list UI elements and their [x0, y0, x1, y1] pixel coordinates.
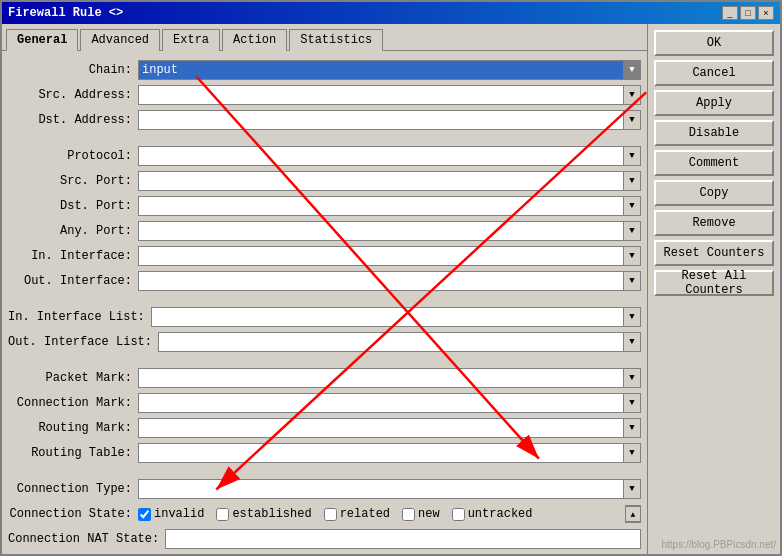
routing-table-arrow[interactable]: ▼ — [623, 443, 641, 463]
disable-button[interactable]: Disable — [654, 120, 774, 146]
in-interface-row: In. Interface: ▼ — [8, 245, 641, 267]
connection-nat-state-wrapper — [165, 529, 641, 549]
protocol-row: Protocol: ▼ — [8, 145, 641, 167]
out-interface-list-row: Out. Interface List: ▼ — [8, 331, 641, 353]
routing-table-wrapper: ▼ — [138, 443, 641, 463]
tab-statistics[interactable]: Statistics — [289, 29, 383, 51]
checkbox-invalid: invalid — [138, 507, 204, 521]
reset-all-counters-button[interactable]: Reset All Counters — [654, 270, 774, 296]
in-interface-list-label: In. Interface List: — [8, 310, 151, 324]
src-port-arrow[interactable]: ▼ — [623, 171, 641, 191]
src-address-row: Src. Address: ▼ — [8, 84, 641, 106]
out-interface-list-input[interactable] — [158, 332, 641, 352]
maximize-button[interactable]: □ — [740, 6, 756, 20]
tab-bar: General Advanced Extra Action Statistics — [2, 24, 647, 51]
in-interface-list-arrow[interactable]: ▼ — [623, 307, 641, 327]
tab-advanced[interactable]: Advanced — [80, 29, 160, 51]
dst-port-input[interactable] — [138, 196, 641, 216]
connection-mark-arrow[interactable]: ▼ — [623, 393, 641, 413]
chain-row: Chain: ▼ — [8, 59, 641, 81]
in-interface-list-row: In. Interface List: ▼ — [8, 306, 641, 328]
sidebar: OK Cancel Apply Disable Comment Copy Rem… — [647, 24, 780, 554]
routing-mark-input[interactable] — [138, 418, 641, 438]
untracked-checkbox[interactable] — [452, 508, 465, 521]
dst-port-row: Dst. Port: ▼ — [8, 195, 641, 217]
title-bar-controls: _ □ × — [722, 6, 774, 20]
checkbox-related: related — [324, 507, 390, 521]
out-interface-list-arrow[interactable]: ▼ — [623, 332, 641, 352]
routing-table-input[interactable] — [138, 443, 641, 463]
title-bar: Firewall Rule <> _ □ × — [2, 2, 780, 24]
connection-mark-input[interactable] — [138, 393, 641, 413]
in-interface-list-input[interactable] — [151, 307, 641, 327]
src-port-input[interactable] — [138, 171, 641, 191]
connection-mark-row: Connection Mark: ▼ — [8, 392, 641, 414]
new-label: new — [418, 507, 440, 521]
any-port-arrow[interactable]: ▼ — [623, 221, 641, 241]
established-checkbox[interactable] — [216, 508, 229, 521]
routing-mark-arrow[interactable]: ▼ — [623, 418, 641, 438]
tab-general[interactable]: General — [6, 29, 78, 51]
ok-button[interactable]: OK — [654, 30, 774, 56]
tab-extra[interactable]: Extra — [162, 29, 220, 51]
chain-input[interactable] — [138, 60, 641, 80]
src-address-arrow[interactable]: ▼ — [623, 85, 641, 105]
remove-button[interactable]: Remove — [654, 210, 774, 236]
comment-button[interactable]: Comment — [654, 150, 774, 176]
connection-type-wrapper: ▼ — [138, 479, 641, 499]
checkbox-new: new — [402, 507, 440, 521]
reset-counters-button[interactable]: Reset Counters — [654, 240, 774, 266]
out-interface-arrow[interactable]: ▼ — [623, 271, 641, 291]
packet-mark-arrow[interactable]: ▼ — [623, 368, 641, 388]
in-interface-label: In. Interface: — [8, 249, 138, 263]
packet-mark-wrapper: ▼ — [138, 368, 641, 388]
connection-state-row: Connection State: invalid established — [8, 503, 641, 525]
dst-port-label: Dst. Port: — [8, 199, 138, 213]
connection-type-label: Connection Type: — [8, 482, 138, 496]
out-interface-list-label: Out. Interface List: — [8, 335, 158, 349]
main-content: General Advanced Extra Action Statistics… — [2, 24, 647, 554]
protocol-input[interactable] — [138, 146, 641, 166]
window-title: Firewall Rule <> — [8, 6, 123, 20]
packet-mark-input[interactable] — [138, 368, 641, 388]
related-checkbox[interactable] — [324, 508, 337, 521]
scroll-indicator: ▲ — [625, 505, 641, 523]
out-interface-input[interactable] — [138, 271, 641, 291]
any-port-wrapper: ▼ — [138, 221, 641, 241]
dst-port-wrapper: ▼ — [138, 196, 641, 216]
protocol-arrow[interactable]: ▼ — [623, 146, 641, 166]
copy-button[interactable]: Copy — [654, 180, 774, 206]
dst-port-arrow[interactable]: ▼ — [623, 196, 641, 216]
apply-button[interactable]: Apply — [654, 90, 774, 116]
untracked-label: untracked — [468, 507, 533, 521]
in-interface-input[interactable] — [138, 246, 641, 266]
scroll-up-btn[interactable]: ▲ — [625, 506, 641, 522]
connection-state-checkboxes: invalid established related new — [138, 507, 625, 521]
in-interface-arrow[interactable]: ▼ — [623, 246, 641, 266]
routing-mark-row: Routing Mark: ▼ — [8, 417, 641, 439]
src-address-input[interactable] — [138, 85, 641, 105]
out-interface-wrapper: ▼ — [138, 271, 641, 291]
src-address-label: Src. Address: — [8, 88, 138, 102]
invalid-checkbox[interactable] — [138, 508, 151, 521]
dst-address-input[interactable] — [138, 110, 641, 130]
invalid-label: invalid — [154, 507, 204, 521]
any-port-input[interactable] — [138, 221, 641, 241]
new-checkbox[interactable] — [402, 508, 415, 521]
dst-address-wrapper: ▼ — [138, 110, 641, 130]
cancel-button[interactable]: Cancel — [654, 60, 774, 86]
any-port-label: Any. Port: — [8, 224, 138, 238]
connection-nat-state-label: Connection NAT State: — [8, 532, 165, 546]
routing-mark-wrapper: ▼ — [138, 418, 641, 438]
out-interface-label: Out. Interface: — [8, 274, 138, 288]
dst-address-arrow[interactable]: ▼ — [623, 110, 641, 130]
chain-input-wrapper: ▼ — [138, 60, 641, 80]
tab-action[interactable]: Action — [222, 29, 287, 51]
connection-type-arrow[interactable]: ▼ — [623, 479, 641, 499]
chain-dropdown-arrow[interactable]: ▼ — [623, 60, 641, 80]
close-button[interactable]: × — [758, 6, 774, 20]
related-label: related — [340, 507, 390, 521]
connection-nat-state-input[interactable] — [165, 529, 641, 549]
minimize-button[interactable]: _ — [722, 6, 738, 20]
connection-type-input[interactable] — [138, 479, 641, 499]
